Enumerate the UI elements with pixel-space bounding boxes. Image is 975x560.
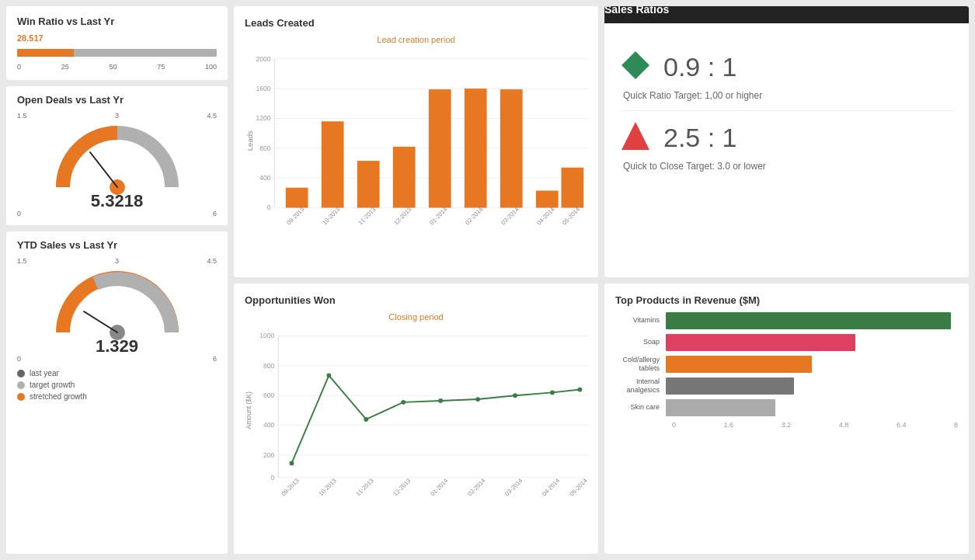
quick-close-icon bbox=[620, 120, 651, 155]
svg-text:600: 600 bbox=[263, 391, 275, 399]
ytd-gauge-bottom-labels: 0 6 bbox=[17, 355, 217, 363]
svg-text:04-2014: 04-2014 bbox=[541, 476, 562, 497]
sales-ratios-panel: Sales Ratios 0.9 : 1 Quick Ratio Target:… bbox=[604, 6, 969, 277]
svg-rect-32 bbox=[500, 89, 523, 207]
leads-chart: 2000 1600 1200 800 400 0 Leads 09-2013 1… bbox=[245, 47, 587, 242]
legend-target-growth: target growth bbox=[17, 381, 217, 389]
svg-rect-30 bbox=[465, 89, 487, 207]
bar-skin-care: Skin care bbox=[615, 399, 958, 416]
legend: last year target growth stretched growth bbox=[17, 369, 217, 401]
svg-point-56 bbox=[364, 417, 368, 422]
legend-last-year: last year bbox=[17, 369, 217, 377]
ytd-sales-value: 1.329 bbox=[96, 336, 138, 357]
leads-created-panel: Leads Created Lead creation period 2000 … bbox=[234, 6, 598, 277]
win-ratio-title: Win Ratio vs Last Yr bbox=[17, 16, 217, 27]
svg-point-61 bbox=[550, 390, 555, 395]
svg-point-60 bbox=[513, 393, 517, 398]
opps-subtitle: Closing period bbox=[245, 312, 587, 322]
svg-text:03-2014: 03-2014 bbox=[503, 476, 524, 497]
quick-ratio-desc: Quick Ratio Target: 1,00 or higher bbox=[623, 90, 953, 101]
svg-text:03-2014: 03-2014 bbox=[500, 206, 521, 227]
legend-dot-last-year bbox=[17, 370, 25, 377]
svg-point-58 bbox=[438, 398, 443, 403]
quick-ratio-icon bbox=[620, 50, 651, 84]
bar-track-cold-allergy bbox=[666, 356, 958, 373]
svg-text:Leads: Leads bbox=[245, 130, 254, 151]
dashboard: Win Ratio vs Last Yr 28.517 0 25 50 75 1… bbox=[0, 0, 975, 560]
svg-marker-39 bbox=[622, 122, 649, 150]
open-deals-panel: Open Deals vs Last Yr 1.5 3 4.5 bbox=[6, 86, 228, 225]
bar-label-vitamins: Vitamins bbox=[615, 316, 666, 325]
bar-cold-allergy: Cold/allergy tablets bbox=[615, 356, 958, 373]
svg-text:12-2013: 12-2013 bbox=[392, 206, 413, 226]
svg-text:1200: 1200 bbox=[256, 114, 270, 122]
leads-subtitle: Lead creation period bbox=[245, 35, 587, 44]
bar-label-internal: Internal analgesics bbox=[615, 377, 666, 395]
svg-text:800: 800 bbox=[263, 361, 275, 369]
quick-close-desc: Quick to Close Target: 3.0 or lower bbox=[623, 161, 953, 172]
svg-text:05-2014: 05-2014 bbox=[561, 206, 582, 227]
quick-close-value: 2.5 : 1 bbox=[663, 123, 737, 153]
svg-text:1000: 1000 bbox=[259, 332, 274, 339]
svg-point-62 bbox=[578, 387, 583, 391]
gauge-bottom-labels: 0 6 bbox=[17, 210, 217, 217]
legend-dot-target-growth bbox=[17, 381, 25, 389]
svg-rect-34 bbox=[536, 190, 559, 207]
bar-soap: Soap bbox=[615, 334, 958, 351]
bar-fill-internal bbox=[666, 377, 794, 395]
svg-point-54 bbox=[290, 461, 294, 465]
svg-text:2000: 2000 bbox=[256, 55, 270, 63]
svg-text:11-2013: 11-2013 bbox=[354, 477, 374, 497]
svg-text:Amount ($K): Amount ($K) bbox=[245, 391, 252, 429]
sales-ratios-title: Sales Ratios bbox=[604, 6, 969, 23]
svg-text:02-2014: 02-2014 bbox=[466, 476, 487, 497]
win-ratio-bar bbox=[17, 46, 217, 60]
svg-text:1600: 1600 bbox=[256, 85, 270, 92]
svg-text:0: 0 bbox=[267, 203, 271, 211]
svg-text:09-2013: 09-2013 bbox=[280, 477, 301, 497]
svg-text:400: 400 bbox=[263, 421, 275, 429]
win-ratio-bar-orange bbox=[17, 49, 74, 57]
win-ratio-panel: Win Ratio vs Last Yr 28.517 0 25 50 75 1… bbox=[6, 6, 228, 80]
ytd-sales-svg bbox=[51, 266, 183, 340]
ytd-sales-title: YTD Sales vs Last Yr bbox=[17, 239, 217, 251]
bar-fill-cold-allergy bbox=[666, 356, 812, 373]
svg-rect-24 bbox=[357, 161, 380, 207]
bar-label-soap: Soap bbox=[615, 338, 666, 346]
svg-marker-38 bbox=[622, 51, 649, 79]
svg-rect-26 bbox=[393, 147, 416, 208]
bar-track-soap bbox=[666, 334, 958, 351]
legend-dot-stretched-growth bbox=[17, 393, 25, 401]
svg-text:12-2013: 12-2013 bbox=[392, 477, 412, 497]
left-column: Win Ratio vs Last Yr 28.517 0 25 50 75 1… bbox=[6, 6, 228, 554]
open-deals-gauge: 1.5 3 4.5 5.3218 bbox=[17, 112, 217, 217]
opportunities-panel: Opportunities Won Closing period 1000 80… bbox=[234, 283, 598, 555]
bar-track-vitamins bbox=[666, 312, 958, 329]
svg-text:09-2013: 09-2013 bbox=[285, 206, 305, 226]
svg-point-59 bbox=[475, 397, 480, 402]
svg-rect-22 bbox=[322, 121, 344, 207]
svg-text:02-2014: 02-2014 bbox=[464, 206, 485, 227]
svg-text:11-2013: 11-2013 bbox=[357, 206, 377, 226]
svg-text:01-2014: 01-2014 bbox=[429, 476, 450, 497]
win-ratio-axis: 0 25 50 75 100 bbox=[17, 63, 217, 71]
products-axis: 0 1.6 3.2 4.8 6.4 8 bbox=[672, 421, 958, 429]
bar-fill-soap bbox=[666, 334, 855, 351]
bar-track-skin-care bbox=[666, 399, 958, 416]
open-deals-value: 5.3218 bbox=[91, 191, 143, 211]
open-deals-svg bbox=[51, 121, 183, 195]
ytd-sales-gauge: 1.5 3 4.5 1.329 bbox=[17, 257, 217, 363]
bar-internal: Internal analgesics bbox=[615, 377, 958, 395]
svg-text:0: 0 bbox=[271, 473, 275, 481]
bar-track-internal bbox=[666, 377, 958, 395]
svg-text:05-2014: 05-2014 bbox=[569, 476, 587, 497]
quick-ratio-value: 0.9 : 1 bbox=[663, 52, 737, 82]
open-deals-title: Open Deals vs Last Yr bbox=[17, 94, 217, 106]
svg-rect-20 bbox=[286, 188, 308, 208]
ytd-gauge-top-labels: 1.5 3 4.5 bbox=[17, 257, 217, 265]
legend-stretched-growth: stretched growth bbox=[17, 392, 217, 401]
svg-rect-28 bbox=[429, 89, 451, 207]
quick-close-block: 2.5 : 1 bbox=[620, 120, 953, 155]
svg-text:400: 400 bbox=[259, 174, 271, 182]
bar-fill-vitamins bbox=[666, 312, 951, 329]
